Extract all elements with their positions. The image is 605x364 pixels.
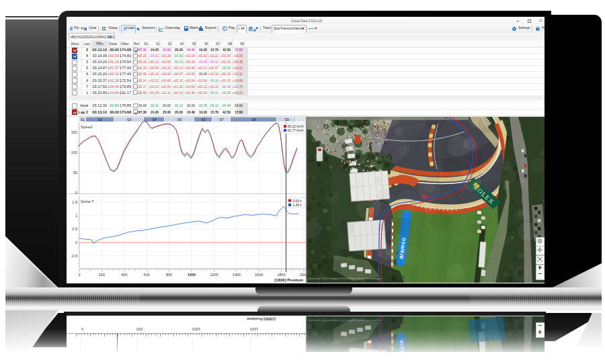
svg-text:1.38 s: 1.38 s [293,203,302,207]
svg-text:61.77 km/h: 61.77 km/h [288,129,304,132]
svg-text:S3: S3 [127,118,132,122]
svg-text:1: 1 [75,214,77,218]
svg-text:1.5: 1.5 [72,200,77,204]
svg-text:150: 150 [71,130,77,134]
svg-text:0: 0 [75,191,77,195]
svg-text:Delta-T: Delta-T [81,199,94,203]
svg-text:S2: S2 [98,118,103,122]
svg-text:S7: S7 [219,118,224,122]
svg-text:S5: S5 [177,118,182,122]
svg-text:0: 0 [75,240,77,244]
svg-text:?: ? [537,27,539,30]
svg-text:-0.5: -0.5 [71,254,77,258]
svg-text:Speed: Speed [81,125,92,129]
svg-text:0.00 s: 0.00 s [293,199,302,203]
svg-text:1000: 1000 [188,273,196,277]
svg-text:1800: 1800 [277,273,285,277]
svg-text:S6: S6 [201,118,206,122]
svg-text:1400: 1400 [233,273,241,277]
svg-text:Map data ©2025 Imagery ©2025: Map data ©2025 Imagery ©2025 Airbus, Max… [309,277,381,280]
svg-text:400: 400 [121,273,127,277]
svg-text:1200: 1200 [210,273,218,277]
svg-text:S8: S8 [251,118,256,122]
svg-text:1600: 1600 [255,273,263,277]
svg-text:600: 600 [144,273,150,277]
svg-text:200: 200 [99,273,105,277]
svg-text:60.22 km/h: 60.22 km/h [288,125,304,128]
svg-text:S1: S1 [81,118,85,122]
svg-text:S9: S9 [284,118,289,122]
svg-text:S4: S4 [152,118,157,122]
svg-text:50: 50 [73,171,77,175]
svg-text:800: 800 [166,273,172,277]
svg-text:100: 100 [71,150,77,154]
svg-text:[1830] Position: [1830] Position [274,278,303,282]
svg-text:0.5: 0.5 [72,227,77,231]
svg-text:0: 0 [78,273,80,277]
